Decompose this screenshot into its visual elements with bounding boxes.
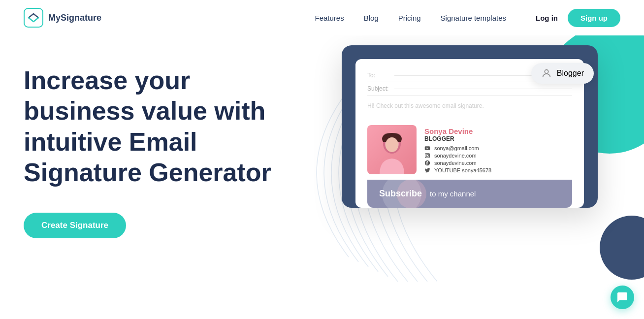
recipient-pill: Blogger	[531, 63, 594, 84]
hero-left: Increase your business value with intuit…	[0, 35, 322, 319]
svg-point-4	[386, 137, 398, 152]
brand-name: MySignature	[48, 13, 101, 23]
svg-rect-7	[425, 154, 430, 158]
sig-youtube: YOUTUBE sonya45678	[434, 167, 491, 173]
nav-pricing[interactable]: Pricing	[398, 14, 421, 22]
svg-rect-0	[24, 8, 43, 27]
email-inner: Blogger To: Subject: Hi! Check out this …	[355, 59, 584, 208]
email-preview-card: Blogger To: Subject: Hi! Check out this …	[342, 45, 598, 208]
nav-blog[interactable]: Blog	[364, 14, 379, 22]
sig-website2: sonaydevine.com	[434, 160, 477, 166]
email-body-preview: Hi! Check out this awesome email signatu…	[367, 96, 572, 117]
signature-block: Sonya Devine BLOGGER sonya@gmail.com	[367, 117, 572, 175]
sig-twitter-row: YOUTUBE sonya45678	[424, 167, 572, 173]
sig-website: sonaydevine.com	[434, 153, 477, 159]
create-signature-button[interactable]: Create Signature	[24, 213, 126, 238]
sig-email: sonya@gmail.com	[434, 145, 479, 151]
svg-point-8	[426, 155, 429, 157]
profile-silhouette	[372, 130, 412, 174]
nav-features[interactable]: Features	[315, 14, 344, 22]
instagram-icon	[424, 153, 430, 159]
subscribe-banner: Subscribe to my channel	[367, 180, 572, 208]
sig-youtube-row: sonya@gmail.com	[424, 145, 572, 151]
twitter-icon	[424, 167, 430, 173]
navigation: MySignature Features Blog Pricing Signat…	[0, 0, 644, 35]
recipient-name: Blogger	[557, 69, 584, 78]
facebook-icon	[424, 160, 430, 166]
nav-signature-templates[interactable]: Signature templates	[441, 14, 506, 22]
chat-support-button[interactable]	[611, 286, 634, 309]
dark-circle-decoration	[600, 216, 644, 280]
logo-link[interactable]: MySignature	[24, 8, 101, 28]
hero-title: Increase your business value with intuit…	[24, 65, 280, 188]
signup-button[interactable]: Sign up	[568, 9, 620, 27]
sig-title: BLOGGER	[424, 135, 572, 142]
sig-instagram-row: sonaydevine.com	[424, 153, 572, 159]
subject-label: Subject:	[367, 85, 394, 92]
signature-photo	[367, 125, 417, 174]
login-button[interactable]: Log in	[536, 14, 558, 22]
sig-name: Sonya Devine	[424, 127, 572, 135]
nav-links: Features Blog Pricing Signature template…	[315, 14, 506, 22]
hero-section: Increase your business value with intuit…	[0, 35, 644, 319]
svg-point-9	[428, 154, 429, 155]
signature-info: Sonya Devine BLOGGER sonya@gmail.com	[424, 125, 572, 175]
nav-actions: Log in Sign up	[536, 9, 620, 27]
person-icon	[541, 68, 552, 79]
logo-icon	[24, 8, 43, 28]
sig-facebook-row: sonaydevine.com	[424, 160, 572, 166]
to-label: To:	[367, 72, 394, 79]
svg-point-1	[545, 70, 548, 73]
subscribe-text: to my channel	[430, 190, 476, 198]
subscribe-button-label: Subscribe	[379, 189, 422, 199]
youtube-icon	[424, 145, 430, 151]
email-subject-field: Subject:	[367, 82, 572, 96]
chat-icon	[616, 291, 628, 303]
